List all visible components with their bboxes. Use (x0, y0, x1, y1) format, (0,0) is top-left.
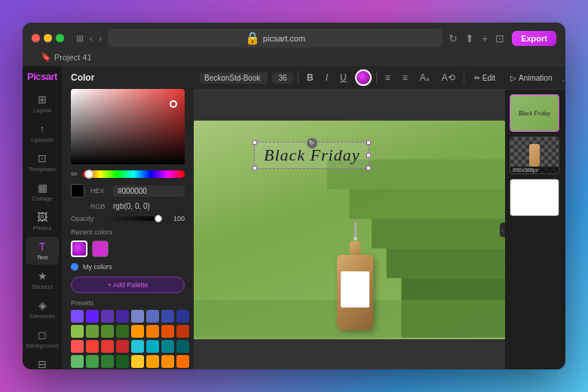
sidebar-button[interactable]: ⊡ (495, 32, 504, 44)
hue-slider[interactable] (83, 170, 185, 178)
preset-color-swatch[interactable] (131, 325, 144, 338)
sidebar-item-stickers[interactable]: ★ Stickers (26, 266, 59, 294)
layer-thumbnail-1[interactable]: Black Friday (510, 94, 559, 132)
preset-color-swatch[interactable] (131, 355, 144, 368)
more-options-button[interactable]: ... (562, 72, 565, 84)
preset-color-swatch[interactable] (146, 325, 159, 338)
text-effects-button[interactable]: Aₐ (416, 71, 433, 84)
preset-color-swatch[interactable] (86, 325, 99, 338)
preset-color-swatch[interactable] (161, 355, 174, 368)
sidebar-item-background[interactable]: ◻ Background (26, 325, 59, 353)
opacity-slider[interactable] (107, 216, 162, 221)
corner-handle-tr[interactable] (366, 140, 371, 145)
sidebar-item-elements[interactable]: ◈ Elements (26, 296, 59, 323)
preset-color-swatch[interactable] (176, 325, 189, 338)
hue-thumb[interactable] (84, 170, 93, 179)
preset-color-swatch[interactable] (146, 355, 159, 368)
preset-color-swatch[interactable] (71, 340, 84, 353)
preset-color-swatch[interactable] (161, 325, 174, 338)
color-gradient-picker[interactable] (71, 89, 185, 164)
hex-input[interactable]: #000000 (113, 185, 185, 197)
preset-color-swatch[interactable] (116, 325, 129, 338)
reload-button[interactable]: ↻ (449, 32, 458, 44)
recent-color-pink[interactable] (92, 240, 109, 257)
preset-color-swatch[interactable] (131, 310, 144, 323)
preset-color-swatch[interactable] (116, 340, 129, 353)
minimize-window-button[interactable] (44, 34, 52, 42)
export-button[interactable]: Export (512, 31, 556, 46)
canvas-area[interactable]: ↻ Black Friday › (194, 90, 505, 369)
preset-color-swatch[interactable] (71, 310, 84, 323)
corner-handle-tl[interactable] (253, 140, 257, 145)
preset-color-swatch[interactable] (101, 355, 114, 368)
back-button[interactable]: ‹ (90, 33, 93, 44)
sidebar-item-uploads[interactable]: ↑ Uploads (26, 119, 59, 147)
underline-button[interactable]: U (336, 71, 351, 84)
my-colors-dot-icon (71, 263, 78, 271)
hex-color-swatch[interactable] (71, 184, 84, 198)
share-button[interactable]: ⬆ (465, 32, 474, 44)
svg-rect-1 (350, 188, 506, 218)
opacity-thumb[interactable] (155, 215, 162, 222)
preset-color-swatch[interactable] (116, 355, 129, 368)
thumb-size-label: 690x388px (510, 167, 559, 173)
preset-color-swatch[interactable] (146, 310, 159, 323)
corner-handle-rm[interactable] (366, 153, 371, 158)
transform-handle[interactable]: ↻ (307, 138, 317, 149)
preset-color-swatch[interactable] (101, 310, 114, 323)
preset-color-swatch[interactable] (71, 325, 84, 338)
sidebar-item-text[interactable]: T Text (26, 237, 59, 265)
close-window-button[interactable] (32, 34, 40, 42)
preset-color-swatch[interactable] (86, 310, 99, 323)
preset-color-swatch[interactable] (176, 340, 189, 353)
recent-colors-label: Recent colors (62, 225, 194, 237)
preset-color-swatch[interactable] (176, 355, 189, 368)
text-color-picker[interactable] (355, 69, 372, 86)
traffic-lights (32, 34, 64, 42)
preset-color-swatch[interactable] (176, 310, 189, 323)
preset-color-swatch[interactable] (86, 355, 99, 368)
edit-button[interactable]: ✏ Edit (469, 72, 501, 84)
add-tab-button[interactable]: + (482, 32, 488, 44)
text-transform-button[interactable]: A⟲ (438, 71, 459, 84)
align-left-button[interactable]: ≡ (381, 71, 394, 84)
add-palette-button[interactable]: + Add Palette (71, 277, 185, 293)
canvas-text-element[interactable]: ↻ Black Friday (254, 142, 369, 169)
sidebar-item-layout[interactable]: ⊞ Layout (26, 90, 59, 118)
my-colors-label: My colors (83, 263, 112, 271)
sidebar-item-collage[interactable]: ▦ Collage (26, 178, 59, 206)
corner-handle-bl[interactable] (253, 166, 257, 170)
eyedropper-icon[interactable]: ✏ (71, 169, 78, 179)
font-name-selector[interactable]: BeckonStd-Book (200, 72, 268, 84)
sidebar-item-templates[interactable]: ⊡ Templates (26, 149, 59, 176)
sidebar-label-stickers: Stickers (32, 283, 53, 290)
window-icon[interactable]: ⊞ (76, 33, 84, 44)
corner-handle-br[interactable] (366, 166, 371, 170)
sidebar-item-photos[interactable]: 🖼 Photos (26, 207, 59, 235)
preset-color-swatch[interactable] (161, 310, 174, 323)
app-logo: Picsart (27, 71, 57, 82)
preset-color-swatch[interactable] (131, 340, 144, 353)
recent-color-purple[interactable] (71, 240, 87, 257)
preset-color-swatch[interactable] (146, 340, 159, 353)
maximize-window-button[interactable] (56, 34, 64, 42)
align-center-button[interactable]: ≡ (399, 71, 412, 84)
layer-thumbnail-3[interactable] (510, 179, 559, 216)
preset-color-swatch[interactable] (86, 340, 99, 353)
tab-project[interactable]: 🔖 Project 41 (41, 52, 92, 62)
bold-button[interactable]: B (303, 71, 317, 84)
forward-button[interactable]: › (99, 33, 102, 44)
preset-color-swatch[interactable] (101, 340, 114, 353)
edit-label: Edit (482, 74, 495, 82)
italic-button[interactable]: I (322, 71, 332, 84)
font-size-input[interactable]: 36 (272, 72, 293, 84)
preset-color-swatch[interactable] (161, 340, 174, 353)
preset-color-swatch[interactable] (101, 325, 114, 338)
layer-thumbnail-2[interactable]: 690x388px (510, 136, 559, 174)
preset-color-swatch[interactable] (116, 310, 129, 323)
canvas-collapse-button[interactable]: › (500, 222, 505, 237)
preset-color-swatch[interactable] (71, 355, 84, 368)
address-bar[interactable]: 🔒 picsart.com (108, 29, 443, 47)
animation-button[interactable]: ▷ Animation (505, 72, 557, 84)
sidebar-item-batch[interactable]: ⊟ Batch (26, 354, 59, 369)
